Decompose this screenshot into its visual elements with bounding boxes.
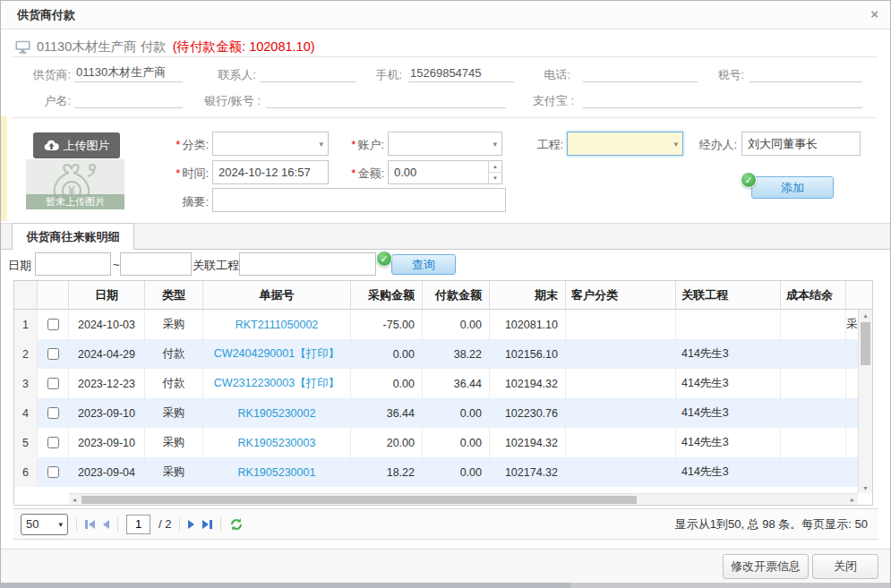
cell-date: 2024-10-03 (69, 310, 145, 339)
account-name-label: 户名: (19, 93, 71, 109)
tab-supplier-transactions[interactable]: 供货商往来账明细 (12, 223, 134, 250)
date-from-input[interactable] (35, 252, 111, 276)
document-link[interactable]: RK1905230001 (238, 466, 316, 479)
contact-field[interactable] (261, 64, 356, 82)
row-checkbox[interactable] (47, 319, 59, 330)
cell-cost (781, 310, 846, 339)
spinner: ▲ ▼ (488, 161, 501, 183)
document-link[interactable]: RK1905230002 (238, 407, 316, 420)
operator-label: 经办人: (689, 137, 737, 153)
cell-customer_class (566, 457, 676, 487)
scroll-right-icon[interactable]: ▸ (847, 494, 858, 505)
row-checkbox[interactable] (47, 348, 59, 360)
row-number: 1 (14, 310, 38, 339)
col-header: 关联工程 (676, 281, 781, 309)
document-link[interactable]: RK1905230003 (238, 437, 316, 449)
operator-field[interactable] (741, 132, 861, 156)
scroll-left-icon[interactable]: ◂ (69, 494, 80, 505)
spinner-down-icon[interactable]: ▼ (489, 173, 501, 183)
bank-account-field[interactable] (266, 89, 506, 108)
scroll-up-icon[interactable]: ▲ (859, 310, 872, 320)
chevron-down-icon: ▾ (493, 140, 497, 149)
account-select[interactable]: ▾ (388, 132, 502, 156)
pagination-bar: 50 ▾ / 2 显示从1到50, 总 98 条。每页显示: 50 (13, 508, 878, 540)
col-header: 期末 (490, 281, 566, 309)
cell-purchase: -75.00 (351, 310, 423, 339)
row-checkbox[interactable] (47, 407, 59, 419)
cell-date: 2023-09-10 (69, 398, 145, 428)
first-page-button[interactable] (85, 520, 95, 529)
time-field[interactable] (212, 160, 329, 184)
date-to-input[interactable] (120, 252, 192, 276)
document-link[interactable]: CW2312230003【打印】 (214, 376, 339, 391)
cell-purchase: 0.00 (351, 339, 423, 369)
edit-invoice-button[interactable]: 修改开票信息 (723, 554, 809, 579)
summary-field[interactable] (212, 188, 506, 212)
checkbox-cell (38, 310, 69, 339)
upload-image-button[interactable]: 上传图片 (33, 132, 120, 158)
account-label: *账户: (338, 137, 384, 153)
cell-cost (781, 369, 846, 398)
search-button[interactable]: 查询 (391, 254, 456, 275)
col-header: 付款金额 (423, 281, 490, 309)
summary-label: 摘要: (160, 194, 209, 210)
supplier-payment-dialog: 供货商付款 × 01130木材生产商 付款 (待付款金额: 102081.10)… (0, 0, 891, 588)
horizontal-scroll-thumb[interactable] (81, 496, 637, 504)
cell-date: 2023-12-23 (69, 369, 145, 398)
project-filter-input[interactable] (239, 252, 376, 276)
document-link[interactable]: RKT2111050002 (236, 319, 319, 331)
row-checkbox[interactable] (47, 466, 59, 478)
row-number: 2 (14, 339, 38, 369)
amount-field[interactable] (388, 160, 502, 184)
scroll-down-icon[interactable]: ▼ (859, 482, 872, 493)
checkbox-cell (38, 428, 69, 457)
prev-page-button[interactable] (103, 520, 109, 529)
chevron-down-icon: ▾ (58, 520, 63, 529)
cell-project: 414先生3 (676, 398, 781, 428)
no-image-strip: 暂未上传图片 (26, 194, 124, 209)
page-size-select[interactable]: 50 ▾ (21, 514, 68, 535)
taxno-field[interactable] (750, 64, 862, 82)
document-link[interactable]: CW2404290001【打印】 (214, 346, 339, 362)
horizontal-scrollbar[interactable]: ◂ ▸ (69, 493, 858, 505)
cell-purchase: 36.44 (351, 398, 423, 428)
cell-type: 付款 (145, 339, 203, 369)
checkbox-cell (38, 457, 69, 487)
phone-field[interactable] (583, 64, 698, 82)
row-checkbox[interactable] (47, 378, 59, 389)
filter-project-label: 关联工程 (193, 258, 239, 274)
current-page-input[interactable] (126, 515, 150, 534)
project-select[interactable]: ▾ (567, 132, 683, 156)
page-size-value: 50 (26, 517, 39, 531)
table-header-row: 日期类型单据号采购金额付款金额期末客户分类关联工程成本结余 (14, 281, 872, 310)
cell-doc: RK1905230002 (203, 398, 351, 428)
close-icon[interactable]: × (870, 7, 878, 21)
row-checkbox[interactable] (47, 437, 59, 448)
category-select[interactable]: ▾ (212, 132, 329, 156)
supplier-field[interactable] (74, 64, 183, 82)
pagination-info: 显示从1到50, 总 98 条。每页显示: 50 (675, 516, 871, 533)
row-number: 5 (14, 428, 38, 457)
close-button[interactable]: 关闭 (812, 554, 878, 579)
last-page-button[interactable] (202, 520, 212, 529)
mobile-field[interactable] (408, 64, 514, 82)
vertical-scrollbar[interactable]: ▲ ▼ (858, 310, 872, 493)
account-name-field[interactable] (74, 89, 183, 108)
alipay-label: 支付宝 : (531, 93, 574, 109)
cell-doc: CW2404290001【打印】 (203, 339, 351, 369)
vertical-scroll-thumb[interactable] (861, 322, 870, 365)
taxno-label: 税号: (710, 67, 744, 83)
contact-label: 联系人: (209, 67, 256, 83)
table-row: 12024-10-03采购RKT2111050002-75.000.001020… (14, 310, 872, 339)
refresh-icon (229, 517, 244, 532)
category-label: *分类: (160, 137, 209, 153)
add-button[interactable]: 添加 (751, 176, 834, 199)
table-row: 42023-09-10采购RK190523000236.440.00102230… (14, 398, 872, 428)
checkbox-cell (38, 398, 69, 428)
alipay-field[interactable] (583, 89, 862, 108)
refresh-button[interactable] (229, 517, 244, 532)
dialog-title: 供货商付款 (17, 7, 75, 23)
next-page-button[interactable] (188, 520, 194, 529)
spinner-up-icon[interactable]: ▲ (489, 161, 501, 173)
col-header: 日期 (69, 281, 145, 309)
